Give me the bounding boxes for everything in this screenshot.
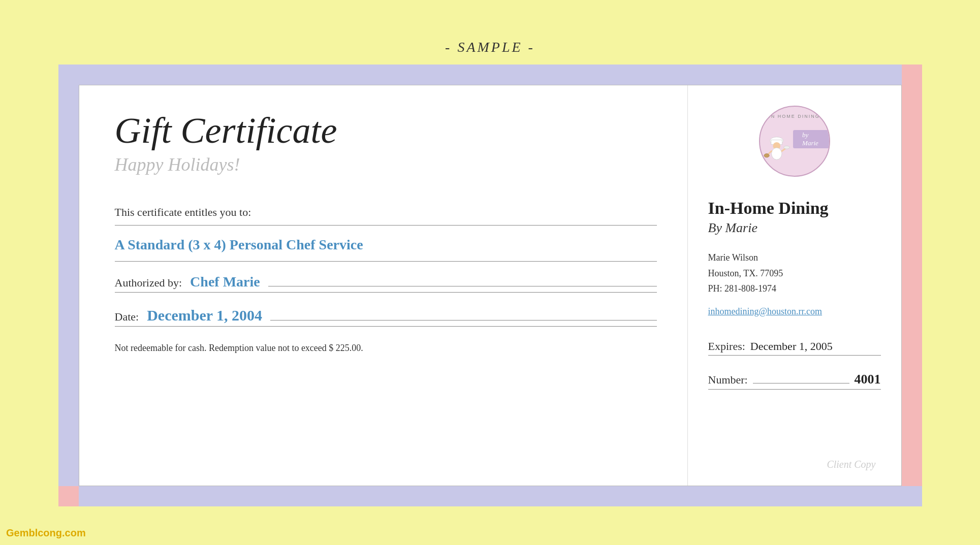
number-section: Number: 4001: [708, 372, 881, 387]
left-panel: Gift Certificate Happy Holidays! This ce…: [79, 85, 688, 486]
authorized-by-section: Authorized by: Chef Marie: [115, 274, 657, 290]
edge-right: [902, 85, 922, 486]
logo-by-marie: by Marie: [793, 130, 829, 148]
corner-bottom-right: [902, 486, 922, 506]
divider-number: [708, 389, 881, 390]
site-badge: Gemblcong.com: [6, 527, 86, 539]
edge-left: [58, 85, 79, 486]
number-label: Number:: [708, 373, 748, 387]
logo-area: IN HOME DINING: [708, 106, 881, 177]
expires-section: Expires: December 1, 2005: [708, 340, 881, 353]
divider-auth: [115, 292, 657, 293]
date-value: December 1, 2004: [147, 307, 262, 324]
divider-top: [115, 225, 657, 226]
corner-bottom-left: [58, 486, 79, 506]
logo-inner-text: IN HOME DINING: [760, 114, 829, 119]
contact-email[interactable]: inhomedining@houston.rr.com: [708, 304, 823, 319]
service-line: A Standard (3 x 4) Personal Chef Service: [115, 228, 657, 259]
title-section: Gift Certificate Happy Holidays!: [115, 111, 657, 175]
watermark-text: Client Copy: [827, 459, 875, 470]
divider-date: [115, 326, 657, 327]
certificate-subtitle: Happy Holidays!: [115, 154, 657, 175]
authorized-by-label: Authorized by:: [115, 276, 182, 290]
outer-frame: Gift Certificate Happy Holidays! This ce…: [58, 65, 922, 506]
company-subtitle: By Marie: [708, 220, 757, 236]
certificate-body: Gift Certificate Happy Holidays! This ce…: [79, 85, 902, 486]
number-line: [753, 383, 849, 383]
right-panel: IN HOME DINING: [688, 85, 901, 486]
divider-bottom: [115, 261, 657, 262]
date-section: Date: December 1, 2004: [115, 307, 657, 324]
disclaimer-text: Not redeemable for cash. Redemption valu…: [115, 343, 657, 354]
date-label: Date:: [115, 310, 139, 324]
edge-bottom: [79, 486, 902, 506]
svg-point-3: [771, 147, 781, 159]
contact-name: Marie Wilson: [708, 250, 823, 266]
authorized-by-line: [268, 286, 657, 286]
expires-label: Expires:: [708, 340, 745, 353]
corner-top-right: [902, 65, 922, 85]
edge-top: [79, 65, 902, 85]
authorized-by-value: Chef Marie: [190, 274, 260, 290]
svg-point-6: [783, 146, 789, 149]
logo-circle: IN HOME DINING: [759, 106, 830, 177]
date-line: [270, 320, 656, 320]
contact-phone: PH: 281-808-1974: [708, 281, 823, 297]
contact-block: Marie Wilson Houston, TX. 77095 PH: 281-…: [708, 250, 823, 319]
chef-illustration: [760, 123, 794, 169]
entitles-text: This certificate entitles you to:: [115, 206, 657, 219]
gift-certificate-title: Gift Certificate: [115, 111, 657, 151]
svg-point-7: [764, 153, 769, 157]
number-value: 4001: [855, 372, 881, 387]
sample-label: - SAMPLE -: [445, 39, 535, 55]
contact-address: Houston, TX. 77095: [708, 266, 823, 281]
corner-top-left: [58, 65, 79, 85]
divider-expires: [708, 355, 881, 356]
expires-value: December 1, 2005: [750, 340, 881, 353]
company-name: In-Home Dining: [708, 198, 829, 219]
